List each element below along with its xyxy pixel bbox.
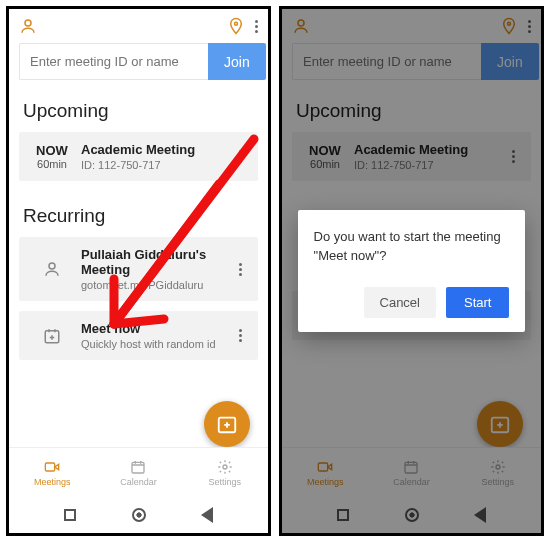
meet-now-sub: Quickly host with random id [81,338,228,350]
card-overflow-icon[interactable] [228,150,252,163]
meeting-id-label: ID: 112-750-717 [81,159,228,171]
tab-meetings[interactable]: Meetings [9,448,95,497]
upcoming-heading: Upcoming [9,86,268,132]
svg-rect-6 [132,462,144,473]
modal-overlay[interactable]: Do you want to start the meeting "Meet n… [282,9,541,533]
nav-back-icon[interactable] [201,507,213,523]
start-button[interactable]: Start [446,287,509,318]
cancel-button[interactable]: Cancel [364,287,436,318]
tab-label: Meetings [34,477,71,487]
person-icon [29,260,75,278]
recurring-meeting-card[interactable]: Pullaiah Giddaluru's Meeting gotomeet.me… [19,237,258,301]
top-bar [9,9,268,43]
recurring-title: Pullaiah Giddaluru's Meeting [81,247,228,277]
dialog-message: Do you want to start the meeting "Meet n… [314,228,510,264]
tab-label: Settings [209,477,242,487]
tab-settings[interactable]: Settings [182,448,268,497]
meet-now-title: Meet now [81,321,228,336]
android-nav-bar [9,497,268,533]
start-meeting-dialog: Do you want to start the meeting "Meet n… [298,210,526,331]
nav-home-icon[interactable] [132,508,146,522]
card-overflow-icon[interactable] [228,263,252,276]
meeting-id-input[interactable] [19,43,208,80]
search-row: Join [9,43,268,86]
svg-point-2 [49,263,55,269]
audio-icon[interactable] [227,17,245,35]
meeting-title: Academic Meeting [81,142,228,157]
join-button[interactable]: Join [208,43,266,80]
new-meeting-fab[interactable] [204,401,250,447]
phone-screen-left: Join Upcoming NOW 60min Academic Meeting… [6,6,271,536]
profile-icon[interactable] [19,17,37,35]
time-block: NOW 60min [29,143,75,170]
svg-point-7 [223,465,227,469]
bottom-tabs: Meetings Calendar Settings [9,447,268,497]
recurring-link: gotomeet.me/PGiddaluru [81,279,228,291]
svg-rect-5 [45,463,54,471]
meet-now-card[interactable]: Meet now Quickly host with random id [19,311,258,360]
calendar-plus-icon [29,327,75,345]
svg-point-1 [235,22,238,25]
svg-point-0 [25,20,31,26]
tab-calendar[interactable]: Calendar [95,448,181,497]
card-overflow-icon[interactable] [228,329,252,342]
upcoming-meeting-card[interactable]: NOW 60min Academic Meeting ID: 112-750-7… [19,132,258,181]
phone-screen-right: Join Upcoming NOW 60min Academic Meeting… [279,6,544,536]
recurring-heading: Recurring [9,191,268,237]
tab-label: Calendar [120,477,157,487]
overflow-menu-icon[interactable] [255,20,258,33]
nav-recent-icon[interactable] [64,509,76,521]
